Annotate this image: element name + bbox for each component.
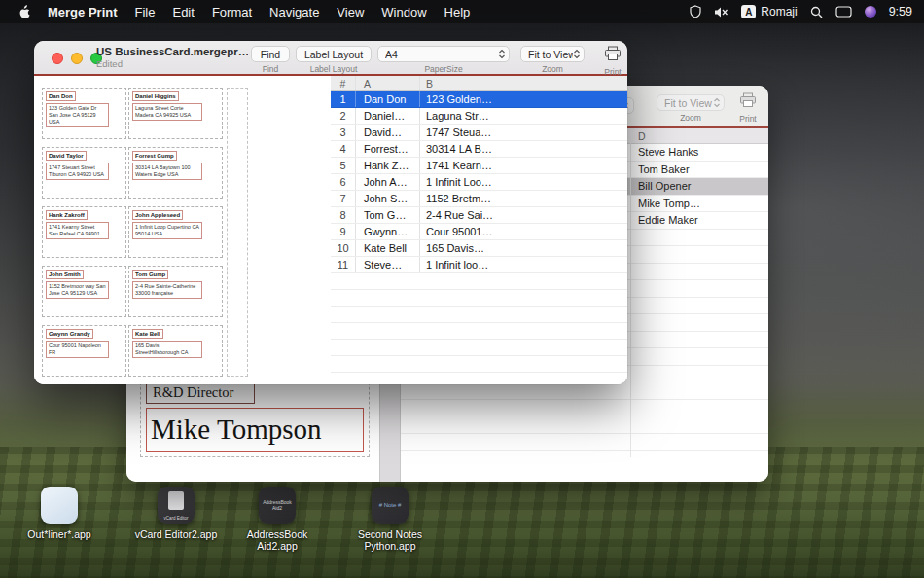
table-row[interactable]: 4 Forrest… 30314 LA B… xyxy=(331,141,627,158)
back-column-d-header[interactable]: D xyxy=(638,130,646,142)
menu-format[interactable]: Format xyxy=(212,5,252,19)
table-row[interactable]: 2 Daniel… Laguna Str… xyxy=(331,108,627,125)
cell-address[interactable]: 1 Infinit loo… xyxy=(420,257,627,272)
table-row[interactable]: 5 Hank Z… 1741 Kearn… xyxy=(331,158,627,174)
find-group: Find Find xyxy=(251,46,290,74)
papersize-popup[interactable]: A4 xyxy=(377,46,510,62)
back-cell[interactable]: Tom Baker xyxy=(638,163,690,175)
back-column-separator xyxy=(630,128,631,457)
cell-address[interactable]: 30314 LA B… xyxy=(420,141,627,157)
shield-icon[interactable] xyxy=(690,5,701,18)
card-address: 1741 Kearny Street San Rafael CA 94901 xyxy=(46,222,109,239)
close-button[interactable] xyxy=(52,53,63,64)
menu-help[interactable]: Help xyxy=(444,5,471,19)
label-layout-group: Label Layout Label Layout xyxy=(296,46,372,74)
cell-name[interactable]: Kate Bell xyxy=(356,240,420,256)
label-card: John Smith 1152 Bretmoor way San Jose CA… xyxy=(42,266,126,317)
back-print-button[interactable] xyxy=(739,94,757,111)
back-print-caption: Print xyxy=(729,114,766,124)
print-caption: Print xyxy=(595,67,630,77)
cell-address[interactable]: Cour 95001… xyxy=(420,224,627,239)
desktop-icon-second-notes[interactable]: # Note # Second Notes Python.app xyxy=(341,487,439,552)
cell-address[interactable]: 2-4 Rue Sai… xyxy=(420,207,627,223)
vcard-editor-app-icon[interactable]: vCard Editor xyxy=(158,487,195,524)
cell-name[interactable]: Gwynn… xyxy=(356,224,420,239)
menu-navigate[interactable]: Navigate xyxy=(269,5,319,19)
find-button[interactable]: Find xyxy=(251,46,290,62)
label-layout-button[interactable]: Label Layout xyxy=(296,46,372,62)
display-icon[interactable] xyxy=(835,6,852,18)
desktop-icon-vcard-editor[interactable]: vCard Editor vCard Editor2.app xyxy=(127,487,225,541)
input-source-switcher[interactable]: A Romaji xyxy=(741,5,797,18)
cell-address[interactable]: Laguna Str… xyxy=(420,108,627,124)
icon-inner-text: vCard Editor xyxy=(158,516,195,521)
zoom-popup[interactable]: Fit to View xyxy=(520,46,585,62)
back-cell[interactable]: Eddie Maker xyxy=(638,214,698,226)
card-address: 1 Infinit Loop Cupertino CA 95014 USA xyxy=(132,222,202,239)
window-title-block: US BusinessCard.mergepr… Edited xyxy=(96,46,248,69)
label-card: Dan Don 123 Golden Gate Dr San Jose CA 9… xyxy=(42,88,126,139)
addressbook-aid-app-icon[interactable]: AddressBook Aid2 xyxy=(259,487,296,524)
cell-name[interactable]: Forrest… xyxy=(356,141,420,157)
menu-window[interactable]: Window xyxy=(381,5,426,19)
status-orb-icon[interactable] xyxy=(865,6,876,18)
header-num[interactable]: # xyxy=(331,76,356,90)
row-number: 8 xyxy=(331,207,356,223)
back-cell[interactable]: Mike Tomp… xyxy=(638,198,700,209)
table-row[interactable]: 3 David… 1747 Steua… xyxy=(331,125,627,141)
back-cell[interactable]: Steve Hanks xyxy=(638,146,698,158)
cell-name[interactable]: John S… xyxy=(356,191,420,206)
cell-name[interactable]: Steve… xyxy=(356,257,420,272)
label-preview-pane[interactable]: Dan Don 123 Golden Gate Dr San Jose CA 9… xyxy=(34,76,331,384)
header-column-b[interactable]: B xyxy=(420,76,627,90)
cell-name[interactable]: Daniel… xyxy=(356,108,420,124)
cell-name[interactable]: Tom G… xyxy=(356,207,420,223)
back-zoom-popup[interactable]: Fit to View xyxy=(657,94,725,111)
back-zoom-caption: Zoom xyxy=(657,113,725,123)
label-card: Hank Zakroff 1741 Kearny Street San Rafa… xyxy=(42,206,126,258)
menubar-app-name[interactable]: Merge Print xyxy=(48,5,118,19)
table-row[interactable]: 8 Tom G… 2-4 Rue Sai… xyxy=(331,207,627,224)
table-row[interactable]: 6 John A… 1 Infinit Loo… xyxy=(331,174,627,191)
table-row[interactable]: 10 Kate Bell 165 Davis… xyxy=(331,240,627,257)
back-cell[interactable]: Bill Opener xyxy=(638,180,691,192)
print-button[interactable] xyxy=(604,48,622,64)
mute-icon[interactable] xyxy=(714,6,729,18)
cell-address[interactable]: 165 Davis… xyxy=(420,240,627,256)
menu-edit[interactable]: Edit xyxy=(172,5,194,19)
table-row[interactable]: 7 John S… 1152 Bretm… xyxy=(331,191,627,207)
icon-inner-text: AddressBook Aid2 xyxy=(259,499,296,511)
cell-address[interactable]: 1741 Kearn… xyxy=(420,158,627,173)
minimize-button[interactable] xyxy=(71,53,83,64)
desktop-icon-addressbook-aid[interactable]: AddressBook Aid2 AddressBook Aid2.app xyxy=(229,487,326,552)
desktop-icon-outliner[interactable]: Out*liner*.app xyxy=(11,487,108,541)
cell-name[interactable]: David… xyxy=(356,125,420,140)
cell-name[interactable]: Dan Don xyxy=(356,91,420,107)
spotlight-icon[interactable] xyxy=(810,6,823,18)
cell-address[interactable]: 123 Golden… xyxy=(420,91,627,107)
cell-address[interactable]: 1 Infinit Loo… xyxy=(420,174,627,190)
cell-address[interactable]: 1152 Bretm… xyxy=(420,191,627,206)
menu-view[interactable]: View xyxy=(337,5,364,19)
cell-address[interactable]: 1747 Steua… xyxy=(420,125,627,140)
row-number: 5 xyxy=(331,158,356,173)
label-card: Tom Gump 2-4 Rue Sainte-Catherine 33000 … xyxy=(128,266,223,317)
menu-file[interactable]: File xyxy=(135,5,156,19)
second-notes-app-icon[interactable]: # Note # xyxy=(372,487,409,524)
apple-menu-icon[interactable] xyxy=(18,5,30,19)
label-card: Daniel Higgins Laguna Street Corte Mader… xyxy=(128,88,223,139)
empty-label-column xyxy=(227,88,248,377)
papersize-caption: PaperSize xyxy=(377,64,510,74)
front-window[interactable]: US BusinessCard.mergepr… Edited Find Fin… xyxy=(34,41,627,384)
table-row[interactable]: 11 Steve… 1 Infinit loo… xyxy=(331,257,627,273)
row-number: 11 xyxy=(331,257,356,272)
data-table[interactable]: # A B 1 Dan Don 123 Golden… 2 Daniel… La… xyxy=(331,76,627,384)
cell-name[interactable]: Hank Z… xyxy=(356,158,420,173)
header-column-a[interactable]: A xyxy=(356,76,420,90)
desktop: Merge Print File Edit Format Navigate Vi… xyxy=(0,0,924,578)
table-row[interactable]: 9 Gwynn… Cour 95001… xyxy=(331,224,627,240)
table-row-selected[interactable]: 1 Dan Don 123 Golden… xyxy=(331,91,627,108)
menubar-clock[interactable]: 9:59 xyxy=(889,5,912,18)
outliner-app-icon[interactable] xyxy=(41,487,78,524)
cell-name[interactable]: John A… xyxy=(356,174,420,190)
